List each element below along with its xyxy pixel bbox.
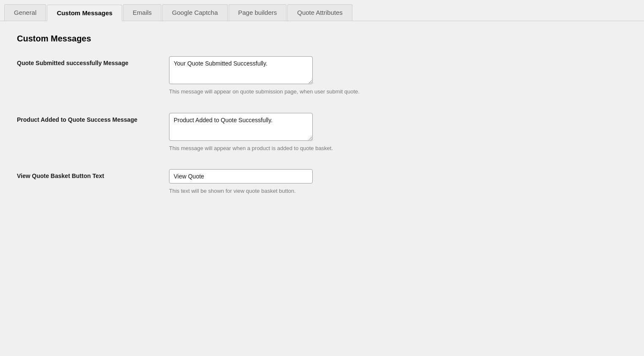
field-label-product-added-message: Product Added to Quote Success Message — [17, 113, 169, 124]
field-description-product-added-message: This message will appear when a product … — [169, 144, 465, 153]
field-description-view-quote-button-text: This text will be shown for view quote b… — [169, 187, 465, 195]
tab-google-captcha[interactable]: Google Captcha — [162, 4, 227, 21]
page-title: Custom Messages — [17, 34, 627, 44]
field-description-quote-submitted-message: This message will appear on quote submis… — [169, 88, 465, 96]
field-label-view-quote-button-text: View Quote Basket Button Text — [17, 169, 169, 181]
field-input-area-product-added-message: This message will appear when a product … — [169, 113, 465, 153]
tab-page-builders[interactable]: Page builders — [229, 4, 287, 21]
form-fields: Quote Submitted successfully MessageThis… — [17, 56, 627, 195]
field-textarea-quote-submitted-message[interactable] — [169, 56, 313, 84]
field-label-quote-submitted-message: Quote Submitted successfully Message — [17, 56, 169, 68]
form-section-quote-submitted-message: Quote Submitted successfully MessageThis… — [17, 56, 627, 96]
tab-general[interactable]: General — [4, 4, 46, 21]
field-input-area-view-quote-button-text: This text will be shown for view quote b… — [169, 169, 465, 195]
form-section-view-quote-button-text: View Quote Basket Button TextThis text w… — [17, 169, 627, 195]
tab-emails[interactable]: Emails — [123, 4, 161, 21]
tab-quote-attributes[interactable]: Quote Attributes — [287, 4, 352, 21]
field-textarea-product-added-message[interactable] — [169, 113, 313, 141]
form-section-product-added-message: Product Added to Quote Success MessageTh… — [17, 113, 627, 153]
tab-custom-messages[interactable]: Custom Messages — [47, 5, 122, 21]
field-input-view-quote-button-text[interactable] — [169, 169, 313, 183]
field-input-area-quote-submitted-message: This message will appear on quote submis… — [169, 56, 465, 96]
content-area: Custom Messages Quote Submitted successf… — [0, 21, 644, 225]
tabs-nav: GeneralCustom MessagesEmailsGoogle Captc… — [0, 0, 644, 21]
